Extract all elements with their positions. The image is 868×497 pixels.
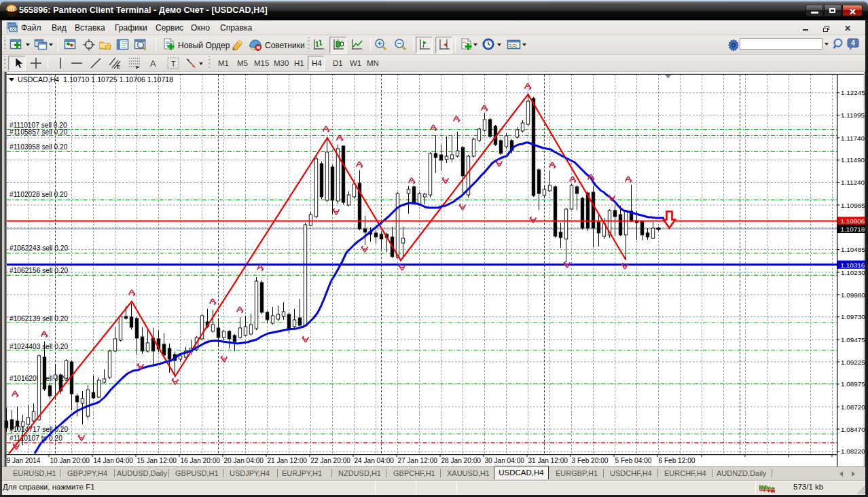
svg-text:E: E	[117, 65, 120, 69]
svg-text:1.10230: 1.10230	[841, 269, 865, 276]
svg-text:24 Jan 04:00: 24 Jan 04:00	[355, 457, 395, 464]
svg-text:1.11240: 1.11240	[841, 179, 865, 186]
svg-text:1.08975: 1.08975	[841, 380, 865, 388]
svg-text:16 Jan 20:00: 16 Jan 20:00	[181, 457, 221, 464]
svg-text:1.11490: 1.11490	[841, 156, 865, 164]
svg-text:15 Jan 12:00: 15 Jan 12:00	[137, 457, 177, 464]
svg-text:20 Jan 04:00: 20 Jan 04:00	[224, 457, 264, 464]
svg-text:27 Jan 12:00: 27 Jan 12:00	[398, 457, 438, 464]
svg-text:10 Jan 20:00: 10 Jan 20:00	[50, 457, 90, 464]
svg-text:USDCAD,H4 1.10710 1.10725 1.1: USDCAD,H4 1.10710 1.10725 1.10706 1.1071…	[18, 75, 173, 84]
svg-text:1.09980: 1.09980	[841, 291, 865, 299]
svg-text:1.10985: 1.10985	[841, 202, 865, 209]
svg-text:1.08470: 1.08470	[841, 426, 865, 433]
svg-text:14 Jan 04:00: 14 Jan 04:00	[94, 457, 134, 464]
svg-text:1.09475: 1.09475	[841, 336, 865, 344]
svg-text:31 Jan 12:00: 31 Jan 12:00	[528, 457, 568, 464]
svg-text:1.10485: 1.10485	[841, 246, 865, 253]
svg-text:F: F	[136, 65, 139, 70]
svg-text:#1062156 sell 0.20: #1062156 sell 0.20	[10, 267, 68, 274]
svg-text:1.10718: 1.10718	[841, 225, 865, 233]
svg-text:1.12245: 1.12245	[841, 89, 865, 96]
svg-text:#1103958 sell 0.20: #1103958 sell 0.20	[10, 143, 68, 151]
svg-text:28 Jan 20:00: 28 Jan 20:00	[441, 457, 482, 464]
svg-text:T: T	[171, 60, 176, 68]
svg-text:1.09730: 1.09730	[841, 313, 865, 320]
svg-text:1.10316: 1.10316	[841, 261, 865, 269]
svg-text:4: 4	[851, 39, 855, 47]
svg-text:6 Feb 12:00: 6 Feb 12:00	[659, 457, 695, 464]
svg-text:9 Jan 2014: 9 Jan 2014	[7, 457, 41, 464]
svg-text:#1062243 sell 0.20: #1062243 sell 0.20	[10, 244, 68, 252]
svg-text:1.11995: 1.11995	[841, 111, 865, 119]
svg-text:3 Feb 20:00: 3 Feb 20:00	[572, 457, 609, 464]
svg-text:#1024403 sell 0.20: #1024403 sell 0.20	[10, 343, 68, 350]
svg-text:#1062139 sell 0.20: #1062139 sell 0.20	[10, 315, 68, 323]
svg-text:30 Jan 04:00: 30 Jan 04:00	[485, 457, 525, 464]
svg-text:#1102028 sell 0.20: #1102028 sell 0.20	[10, 191, 68, 198]
svg-text:#1110107 tp 0.20: #1110107 tp 0.20	[10, 435, 62, 442]
svg-text:22 Jan 20:00: 22 Jan 20:00	[311, 457, 351, 464]
svg-text:1.11740: 1.11740	[841, 134, 865, 142]
svg-text:5 Feb 04:00: 5 Feb 04:00	[615, 457, 652, 464]
svg-text:1.09225: 1.09225	[841, 358, 865, 366]
svg-text:1.08720: 1.08720	[841, 403, 865, 411]
svg-text:1.08220: 1.08220	[841, 447, 865, 455]
svg-text:21 Jan 12:00: 21 Jan 12:00	[268, 457, 308, 464]
svg-text:#1105857 sell 0.20: #1105857 sell 0.20	[10, 128, 68, 136]
svg-text:1.10806: 1.10806	[841, 217, 865, 225]
